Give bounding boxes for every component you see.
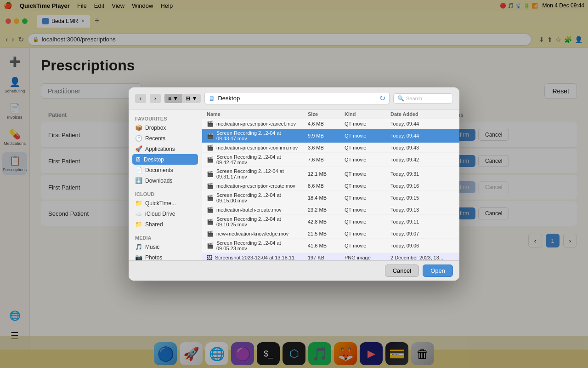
file-icon: 🎬 [207,183,214,189]
file-kind: QT movie [345,145,390,150]
file-kind: QT movie [345,243,390,248]
file-kind: QT movie [345,195,390,201]
sidebar-recents[interactable]: 🕐 Recents [132,133,198,144]
file-row[interactable]: 🎬Screen Recording 2...2-04 at 09.15.00.m… [202,191,459,205]
location-refresh-icon: ↻ [379,94,385,103]
file-row[interactable]: 🎬medication-prescription-cancel.mov 4,6 … [202,119,459,129]
file-dialog-overlay: ‹ › ≡ ▼ ⊞ ▼ 🖥 Desktop ↻ 🔍 Search Favouri… [0,0,588,368]
file-row[interactable]: 🎬medication-batch-create.mov 23,2 MB QT … [202,205,459,215]
file-name: Screen Recording 2...2-04 at 09.15.00.mo… [216,192,308,203]
file-row[interactable]: 🎬Screen Recording 2...2-04 at 09.43.47.m… [202,129,459,143]
file-date: Today, 09:15 [390,195,455,201]
file-size: 42,8 MB [308,219,345,224]
file-icon: 🖼 [207,254,212,260]
file-size: 8,6 MB [308,183,345,189]
media-title: Media [132,233,198,242]
sidebar-desktop[interactable]: 🖥 Desktop [132,154,198,165]
file-date: Today, 09:44 [390,121,455,126]
recents-label: Recents [145,135,165,142]
file-name: Screenshot 2023-12-04 at 13.18.11 [215,255,294,260]
file-size: 9,9 MB [308,133,345,138]
file-row[interactable]: 🎬medication-prescription-confirm.mov 3,6… [202,143,459,153]
sidebar-shared[interactable]: 📁 Shared [132,219,198,230]
file-row[interactable]: 🎬new-medication-knowledge.mov 21,5 MB QT… [202,229,459,239]
dialog-open-button[interactable]: Open [423,264,453,277]
sidebar-downloads[interactable]: ⬇️ Downloads [132,175,198,186]
file-kind: QT movie [345,207,390,213]
shared-label: Shared [145,221,163,228]
sidebar-documents[interactable]: 📄 Documents [132,165,198,175]
dialog-back-button[interactable]: ‹ [135,94,146,103]
icloud-drive-label: iCloud Drive [145,211,175,217]
file-date: Today, 09:43 [390,145,455,150]
file-date: Today, 09:11 [390,219,455,224]
search-bar[interactable]: 🔍 Search [393,93,453,104]
file-date: Today, 09:07 [390,231,455,236]
file-icon: 🎬 [207,132,214,139]
file-kind: QT movie [345,231,390,236]
list-view-button[interactable]: ≡ ▼ [164,94,182,103]
file-name: medication-batch-create.mov [216,207,282,213]
file-row[interactable]: 🎬Screen Recording 2...12-04 at 09.31.17.… [202,167,459,181]
sidebar-quicktime[interactable]: 📁 QuickTime... [132,198,198,208]
file-row[interactable]: 🖼Screenshot 2023-12-04 at 13.18.11 197 K… [202,253,459,260]
file-date: Today, 09:16 [390,183,455,189]
documents-icon: 📄 [135,167,142,173]
applications-icon: 🚀 [135,145,142,152]
file-icon: 🎬 [207,242,214,249]
sidebar-music[interactable]: 🎵 Music [132,242,198,252]
file-row[interactable]: 🎬Screen Recording 2...2-04 at 09.42.47.m… [202,153,459,167]
quicktime-folder-icon: 📁 [135,200,142,207]
applications-label: Applications [145,146,175,152]
photos-label: Photos [145,254,162,261]
file-name: Screen Recording 2...12-04 at 09.31.17.m… [216,168,308,179]
location-icon: 🖥 [209,95,215,102]
file-dialog: ‹ › ≡ ▼ ⊞ ▼ 🖥 Desktop ↻ 🔍 Search Favouri… [129,87,459,281]
file-date: 2 December 2023, 13... [390,255,455,260]
col-kind: Kind [345,111,390,117]
sidebar-applications[interactable]: 🚀 Applications [132,144,198,154]
grid-view-button[interactable]: ⊞ ▼ [182,94,201,103]
file-kind: QT movie [345,133,390,138]
file-row[interactable]: 🎬Screen Recording 2...2-04 at 09.10.25.m… [202,215,459,229]
sidebar-icloud-drive[interactable]: ☁️ iCloud Drive [132,208,198,219]
file-name: Screen Recording 2...2-04 at 09.05.23.mo… [216,240,308,251]
file-name: new-medication-knowledge.mov [216,231,288,236]
file-name: medication-prescription-confirm.mov [216,145,298,150]
file-size: 23,2 MB [308,207,345,213]
file-size: 41,6 MB [308,243,345,248]
sidebar-dropbox[interactable]: 📦 Dropbox [132,122,198,133]
file-icon: 🎬 [207,121,214,127]
documents-label: Documents [145,167,173,173]
col-size: Size [308,111,345,117]
file-icon: 🎬 [207,144,214,151]
dialog-forward-button[interactable]: › [150,94,161,103]
file-date: Today, 09:06 [390,243,455,248]
file-kind: QT movie [345,171,390,177]
dropbox-icon: 📦 [135,124,142,131]
location-text: Desktop [218,95,240,102]
file-row[interactable]: 🎬medication-prescription-create.mov 8,6 … [202,181,459,191]
file-kind: QT movie [345,183,390,189]
file-size: 18,4 MB [308,195,345,201]
file-icon: 🎬 [207,195,214,201]
file-icon: 🎬 [207,156,214,163]
file-name: Screen Recording 2...2-04 at 09.42.47.mo… [216,154,308,165]
file-icon: 🎬 [207,207,214,213]
icloud-drive-icon: ☁️ [135,210,142,217]
view-toggle: ≡ ▼ ⊞ ▼ [164,94,201,103]
file-name: medication-prescription-cancel.mov [216,121,296,126]
photos-icon: 📷 [135,254,142,260]
col-name: Name [207,111,308,117]
shared-folder-icon: 📁 [135,221,142,228]
dialog-cancel-button[interactable]: Cancel [385,264,419,277]
col-date: Date Added [390,111,455,117]
search-placeholder: Search [406,96,422,101]
sidebar-photos[interactable]: 📷 Photos [132,252,198,260]
quicktime-label: QuickTime... [145,200,176,207]
favourites-title: Favourites [132,114,198,122]
file-list-panel: Name Size Kind Date Added 🎬medication-pr… [202,109,459,260]
file-row[interactable]: 🎬Screen Recording 2...2-04 at 09.05.23.m… [202,239,459,253]
location-bar[interactable]: 🖥 Desktop ↻ [204,92,390,104]
file-kind: PNG image [345,255,390,260]
